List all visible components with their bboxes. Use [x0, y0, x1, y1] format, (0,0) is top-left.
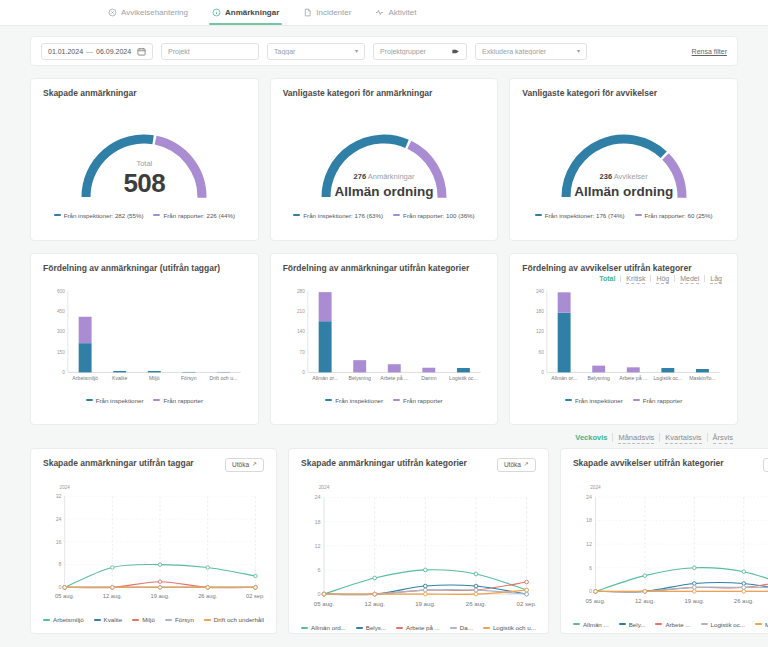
svg-text:05 aug.: 05 aug. [585, 597, 605, 603]
svg-text:0: 0 [318, 591, 321, 597]
svg-text:19 aug.: 19 aug. [684, 597, 704, 603]
legend-item: Från inspektioner: 176 (63%) [293, 212, 383, 219]
legend-item: Belys... [356, 624, 386, 631]
date-to-value[interactable]: 06.09.2024 [96, 48, 131, 55]
svg-text:12: 12 [315, 543, 321, 549]
taggar-input[interactable] [274, 48, 352, 55]
chevron-down-icon: ▾ [577, 48, 580, 54]
svg-text:Maskin/fo...: Maskin/fo... [690, 375, 716, 381]
chart-legend: Från inspektionerFrån rapporter [283, 397, 486, 404]
severity-tab-total[interactable]: Total [594, 275, 620, 282]
svg-text:05 aug.: 05 aug. [314, 599, 335, 606]
svg-text:26 aug.: 26 aug. [198, 593, 218, 599]
svg-text:05 aug.: 05 aug. [55, 593, 75, 599]
legend-item: Från rapporter: 100 (36%) [393, 212, 475, 219]
legend-item: Från inspektioner: 282 (55%) [54, 212, 144, 219]
svg-text:02 sep.: 02 sep. [246, 593, 264, 599]
tab-aktivitet[interactable]: Aktivitet [375, 0, 416, 25]
svg-text:2024: 2024 [319, 485, 330, 490]
tab-incidenter[interactable]: Incidenter [303, 0, 351, 25]
expand-icon: ↗ [524, 461, 529, 468]
taggar-select[interactable]: ▾ [267, 43, 365, 60]
svg-text:120: 120 [536, 329, 544, 334]
gauge-chart: Total508 [43, 107, 246, 207]
expand-button[interactable]: Utöka↗ [497, 458, 536, 472]
svg-text:450: 450 [57, 309, 65, 314]
svg-text:26 aug.: 26 aug. [734, 597, 754, 603]
period-tab-veckovis[interactable]: Veckovis [570, 433, 612, 442]
svg-text:24: 24 [586, 494, 592, 500]
severity-tab-hog[interactable]: Hög [650, 275, 674, 282]
period-tab-arsvis[interactable]: Årsvis [707, 433, 738, 442]
exkludera-input[interactable] [482, 48, 574, 55]
line-chart: 20240612182405 aug.12 aug.19 aug.26 aug.… [301, 479, 536, 619]
clear-filters-button[interactable]: Rensa filter [692, 48, 727, 55]
exkludera-kategorier-select[interactable]: ▾ [475, 43, 587, 60]
card-fordelning-avvikelser: Fördelning av avvikelser utifrån kategor… [509, 253, 738, 425]
line-chart: 20240816243205 aug.12 aug.19 aug.26 aug.… [43, 479, 264, 611]
tag-icon [451, 47, 460, 56]
chart-legend: Från inspektioner: 282 (55%)Från rapport… [43, 212, 246, 219]
legend-item: Allmän ... [573, 621, 609, 628]
legend-item: Logistik och u... [483, 624, 536, 631]
projekt-input[interactable] [168, 48, 252, 55]
bar-svg: 060120180240Allmän or...BelysningArbete … [522, 281, 725, 392]
tab-anm-rkningar[interactable]: Anmärkningar [212, 0, 279, 25]
chevron-down-icon: ▾ [355, 48, 358, 54]
svg-text:18: 18 [586, 517, 592, 523]
tab-avvikelsehantering[interactable]: Avvikelsehantering [108, 0, 188, 25]
chart-legend: Från inspektioner: 176 (74%)Från rapport… [522, 212, 725, 219]
line-svg: 20240612182405 aug.12 aug.19 aug.26 aug.… [301, 479, 536, 619]
svg-text:Kvalite: Kvalite [112, 375, 128, 381]
svg-text:Logistik oc...: Logistik oc... [449, 375, 478, 381]
legend-item: Från inspektioner [325, 397, 383, 404]
svg-text:600: 600 [57, 288, 65, 293]
card-fordelning-taggar: Fördelning av anmärkningar (utifrån tagg… [30, 253, 259, 425]
card-title: Skapade anmärkningar utifrån kategorier [301, 458, 467, 469]
legend-item: Bely... [619, 621, 646, 628]
date-from-value[interactable]: 01.01.2024 [48, 48, 83, 55]
svg-text:150: 150 [57, 349, 65, 354]
svg-text:Försyn: Försyn [181, 375, 197, 381]
date-range-picker[interactable]: 01.01.2024 — 06.09.2024 [41, 43, 153, 60]
svg-text:180: 180 [536, 309, 544, 314]
expand-button[interactable]: Utöka↗ [225, 458, 264, 472]
severity-tab-lag[interactable]: Låg [704, 275, 727, 282]
svg-text:6: 6 [318, 567, 321, 573]
projektgrupper-field[interactable] [373, 43, 467, 60]
projektgrupper-input[interactable] [380, 48, 448, 55]
svg-text:19 aug.: 19 aug. [150, 593, 170, 599]
svg-text:Arbetsmiljö: Arbetsmiljö [72, 375, 98, 381]
card-title: Fördelning av anmärkningar utifrån kateg… [283, 263, 486, 274]
expand-button[interactable]: Utöka↗ [763, 458, 768, 472]
card-title: Fördelning av anmärkningar (utifrån tagg… [43, 263, 246, 274]
svg-text:0: 0 [542, 370, 545, 375]
legend-item: Från rapporter [393, 397, 443, 404]
line-svg: 20240612182405 aug.12 aug.19 aug.26 aug.… [573, 479, 768, 616]
svg-text:140: 140 [297, 329, 305, 334]
svg-text:12: 12 [586, 541, 592, 547]
period-tab-kvartalsvis[interactable]: Kvartalsvis [659, 433, 706, 442]
svg-text:6: 6 [589, 564, 592, 570]
card-vanligaste-kategori-anmarkningar: Vanligaste kategori för anmärkningar 276… [270, 78, 499, 241]
gauge-svg [539, 107, 709, 207]
legend-item: Miljö [132, 616, 155, 623]
svg-text:32: 32 [56, 493, 62, 499]
severity-tab-kritisk[interactable]: Kritisk [620, 275, 650, 282]
top-nav: AvvikelsehanteringAnmärkningarIncidenter… [0, 0, 768, 26]
legend-item: Från inspektioner: 176 (74%) [535, 212, 625, 219]
projekt-field[interactable] [161, 43, 259, 60]
line-chart: 20240612182405 aug.12 aug.19 aug.26 aug.… [573, 479, 768, 616]
period-tab-manadsvis[interactable]: Månadsvis [612, 433, 659, 442]
gauge-chart: 236 AvvikelserAllmän ordning [522, 107, 725, 207]
bar-chart: 070140210280Allmän or...BelysningArbete … [283, 281, 486, 392]
severity-tab-medel[interactable]: Medel [674, 275, 704, 282]
svg-text:Miljö: Miljö [149, 375, 160, 381]
svg-text:Arbete på ...: Arbete på ... [380, 375, 408, 381]
chart-legend: Från inspektionerFrån rapporter [522, 397, 725, 404]
card-title: Skapade avvikelser utifrån kategorier [573, 458, 724, 469]
bar-svg: 0150300450600ArbetsmiljöKvaliteMiljöFörs… [43, 281, 246, 392]
legend-item: Drift och underhåll [204, 616, 264, 623]
card-title: Fördelning av avvikelser utifrån kategor… [522, 263, 725, 274]
legend-item: Från rapporter [633, 397, 683, 404]
